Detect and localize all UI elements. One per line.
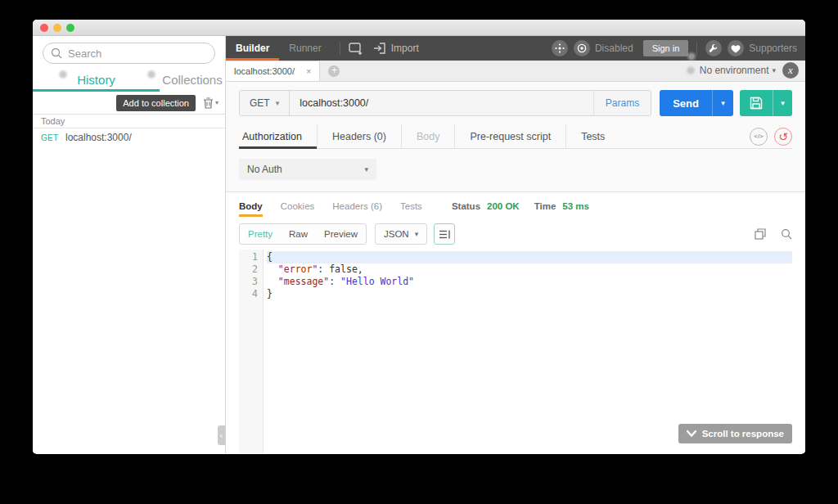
scroll-to-response-label: Scroll to response (702, 429, 784, 439)
import-button[interactable]: Import (373, 43, 419, 54)
save-floppy-icon (750, 97, 763, 110)
main-area: Builder Runner Import (226, 36, 805, 453)
request-tab-strip: localhost:3000/ × + No environment ▾ x (226, 61, 805, 82)
tab-pre-request-script[interactable]: Pre-request script (454, 124, 565, 149)
params-button[interactable]: Params (593, 91, 651, 115)
chevron-down-icon: ▾ (415, 230, 419, 238)
tab-tests[interactable]: Tests (565, 124, 619, 149)
history-item-method: GET (41, 133, 65, 142)
add-to-collection-tooltip[interactable]: Add to collection (116, 95, 196, 111)
close-tab-icon[interactable]: × (306, 66, 311, 76)
history-item-url: localhost:3000/ (65, 132, 132, 143)
tab-builder[interactable]: Builder (226, 36, 279, 61)
code-icon: </> (754, 133, 764, 140)
method-label: GET (250, 97, 270, 109)
new-tab-button[interactable] (349, 43, 363, 55)
auth-type-dropdown[interactable]: No Auth ▾ (239, 159, 376, 180)
chevron-down-icon: ▾ (276, 99, 280, 107)
supporters-button[interactable] (728, 40, 744, 56)
reset-button[interactable]: ↺ (774, 128, 792, 146)
divider (696, 42, 697, 55)
wrench-icon (709, 43, 719, 53)
minimize-window-button[interactable] (53, 24, 61, 32)
reset-icon: ↺ (778, 131, 788, 142)
history-tab-underline (33, 89, 160, 92)
sign-in-button[interactable]: Sign in (643, 40, 689, 56)
interceptor-icon (577, 43, 587, 53)
save-options-button[interactable]: ▾ (773, 90, 792, 116)
send-options-button[interactable]: ▾ (712, 90, 733, 116)
response-tab-headers[interactable]: Headers (6) (332, 196, 382, 217)
sidebar-toolbar: Add to collection ▾ (33, 92, 225, 115)
supporters-label: Supporters (749, 43, 797, 54)
history-group-label: Today (33, 115, 225, 128)
status-label: Status (452, 201, 480, 211)
sidebar-tab-history[interactable]: History (33, 73, 160, 87)
proxy-icon (555, 43, 565, 53)
send-button[interactable]: Send (660, 90, 712, 116)
response-view-toolbar: Pretty Raw Preview JSON ▾ (239, 222, 792, 246)
sidebar: History Collections Add to collection ▾ (33, 36, 226, 453)
method-dropdown[interactable]: GET ▾ (240, 91, 290, 115)
search-icon (781, 228, 792, 240)
new-window-icon (349, 43, 363, 55)
history-item[interactable]: GET localhost:3000/ (33, 128, 225, 146)
interceptor-status-label: Disabled (595, 43, 633, 54)
chevron-down-icon (687, 430, 696, 437)
tab-authorization[interactable]: Authorization (239, 124, 317, 149)
environment-quick-look-button[interactable]: x (782, 62, 799, 79)
url-input[interactable]: localhost:3000/ (290, 97, 593, 109)
app-window: History Collections Add to collection ▾ (33, 20, 805, 454)
settings-button[interactable] (705, 40, 722, 56)
close-window-button[interactable] (40, 24, 48, 32)
add-request-tab-button[interactable]: + (328, 65, 340, 77)
response-panel: Body Cookies Headers (6) Tests Status 20… (226, 192, 805, 453)
copy-icon (755, 228, 766, 240)
sidebar-collapse-handle[interactable]: ‹ (218, 425, 225, 445)
request-tab-title: localhost:3000/ (234, 66, 295, 76)
time-value: 53 ms (562, 201, 589, 211)
request-builder: GET ▾ localhost:3000/ Params Send ▾ (226, 82, 805, 192)
search-input[interactable] (43, 43, 215, 64)
tab-runner[interactable]: Runner (279, 36, 331, 61)
import-icon (373, 43, 386, 54)
auth-type-label: No Auth (247, 164, 282, 175)
generate-code-button[interactable]: </> (750, 128, 768, 146)
environment-selector[interactable]: No environment (700, 65, 769, 76)
tab-headers[interactable]: Headers (0) (317, 124, 401, 149)
proxy-button[interactable] (552, 40, 568, 56)
editor-code: { "error": false, "message": "Hello Worl… (264, 250, 792, 453)
status-value: 200 OK (487, 201, 520, 211)
save-button[interactable] (740, 90, 773, 116)
hint-pulse (685, 65, 696, 76)
response-tab-tests[interactable]: Tests (400, 196, 422, 217)
scroll-to-response-button[interactable]: Scroll to response (678, 424, 792, 443)
view-mode-segmented-control: Pretty Raw Preview (239, 223, 367, 245)
import-label: Import (391, 43, 419, 54)
divider (340, 42, 340, 55)
sidebar-tab-collections[interactable]: Collections (160, 73, 225, 87)
response-body-editor[interactable]: 1234 { "error": false, "message": "Hello… (239, 250, 792, 453)
clear-history-button[interactable]: ▾ (203, 97, 219, 109)
response-tab-cookies[interactable]: Cookies (281, 196, 315, 217)
format-label: JSON (384, 229, 409, 239)
chevron-down-icon: ▾ (215, 99, 219, 106)
tab-body[interactable]: Body (401, 124, 455, 149)
response-tabs: Body Cookies Headers (6) Tests Status 20… (239, 196, 792, 217)
trash-icon (203, 97, 214, 109)
zoom-window-button[interactable] (66, 24, 74, 32)
format-dropdown[interactable]: JSON ▾ (375, 223, 427, 245)
copy-response-button[interactable] (755, 228, 766, 240)
sidebar-tabs: History Collections (33, 67, 225, 92)
search-response-button[interactable] (781, 228, 792, 240)
request-tab[interactable]: localhost:3000/ × (225, 61, 320, 81)
wrap-lines-button[interactable] (434, 223, 455, 245)
interceptor-button[interactable] (574, 40, 590, 56)
view-preview[interactable]: Preview (316, 229, 366, 239)
view-raw[interactable]: Raw (281, 229, 316, 239)
search-icon (51, 47, 62, 59)
response-tab-body[interactable]: Body (239, 196, 263, 217)
chevron-down-icon: ▾ (772, 66, 776, 74)
chevron-down-icon: ▾ (364, 165, 368, 173)
view-pretty[interactable]: Pretty (240, 229, 281, 239)
